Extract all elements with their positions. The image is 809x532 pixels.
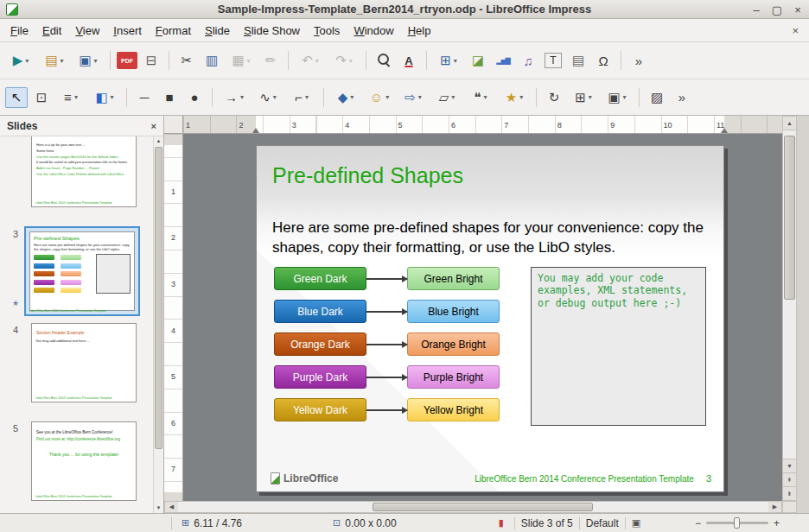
dark-shape[interactable]: Orange Dark: [274, 332, 366, 356]
undo-icon[interactable]: ↶: [295, 50, 326, 71]
minimize-button[interactable]: –: [750, 3, 762, 16]
bright-shape[interactable]: Yellow Bright: [407, 398, 500, 421]
ruler-number: 8: [555, 116, 608, 130]
menu-help[interactable]: Help: [401, 21, 438, 41]
insert-image-icon[interactable]: ◪: [467, 50, 489, 71]
flowchart-icon[interactable]: ▱: [431, 87, 462, 108]
scrollbar-thumb[interactable]: [373, 503, 593, 511]
export-pdf-icon[interactable]: PDF: [117, 52, 137, 69]
menu-insert[interactable]: Insert: [106, 21, 149, 41]
find-and-replace-icon[interactable]: [373, 50, 395, 71]
bright-shape[interactable]: Green Bright: [407, 267, 500, 290]
menu-edit[interactable]: Edit: [35, 21, 68, 41]
print-icon[interactable]: ⊟: [140, 50, 162, 71]
clone-formatting-icon[interactable]: ✏: [259, 50, 282, 71]
zoom-pan-icon[interactable]: ⊡: [30, 87, 53, 108]
close-document-icon[interactable]: ×: [785, 24, 806, 37]
zoom-in-button[interactable]: +: [774, 517, 780, 529]
stars-banners-icon[interactable]: ★: [499, 87, 530, 108]
scroll-up-icon[interactable]: ▲: [783, 117, 796, 130]
insert-text-box-icon[interactable]: T: [542, 50, 564, 71]
connector-arrow[interactable]: [366, 409, 407, 411]
symbol-shapes-icon[interactable]: ☺: [364, 87, 395, 108]
dark-shape[interactable]: Purple Dark: [274, 365, 366, 389]
connector-icon[interactable]: ⌐: [286, 87, 317, 108]
zoom-slider-thumb[interactable]: [734, 517, 740, 529]
bright-shape[interactable]: Purple Bright: [407, 365, 500, 389]
basic-shapes-icon[interactable]: ◆: [330, 87, 361, 108]
slide-body-text[interactable]: Here are some pre-defined shapes for you…: [272, 218, 709, 257]
toolbar-overflow-icon[interactable]: »: [627, 50, 650, 71]
redo-icon[interactable]: ↷: [328, 50, 360, 71]
scroll-down-icon[interactable]: ▼: [783, 459, 796, 472]
slides-panel-scrollbar[interactable]: ▲ ▼: [153, 136, 163, 513]
dark-shape[interactable]: Blue Dark: [274, 300, 366, 323]
scrollbar-thumb[interactable]: [155, 147, 162, 449]
zoom-out-button[interactable]: −: [695, 517, 701, 529]
scroll-up-icon[interactable]: ▲: [154, 136, 163, 146]
previous-slide-icon[interactable]: ⇞: [783, 472, 796, 486]
connector-arrow[interactable]: [366, 278, 407, 280]
menu-window[interactable]: Window: [347, 21, 400, 41]
line-style-icon[interactable]: ≡: [55, 87, 86, 108]
insert-line-icon[interactable]: ─: [133, 87, 156, 108]
paste-icon[interactable]: ▦: [226, 50, 257, 71]
ellipse-icon[interactable]: ●: [183, 87, 206, 108]
connector-arrow[interactable]: [366, 377, 407, 378]
shadow-icon[interactable]: ▨: [646, 87, 668, 108]
rectangle-icon[interactable]: ■: [158, 87, 181, 108]
fill-color-icon[interactable]: ◧: [89, 87, 120, 108]
save-icon[interactable]: ▣: [73, 50, 104, 71]
zoom-fit-icon[interactable]: ▣: [632, 517, 640, 529]
connector-arrow[interactable]: [366, 311, 407, 313]
bright-shape[interactable]: Orange Bright: [407, 332, 500, 356]
callouts-icon[interactable]: ❝: [465, 87, 496, 108]
maximize-button[interactable]: ▢: [771, 3, 783, 16]
connector-arrow[interactable]: [366, 344, 407, 345]
slides-panel-close-icon[interactable]: ×: [151, 121, 156, 131]
slide-thumbnail-4[interactable]: Section Header Example You may add addit…: [31, 323, 137, 402]
menu-tools[interactable]: Tools: [307, 21, 347, 41]
open-file-icon[interactable]: ▤: [39, 50, 70, 71]
menu-file[interactable]: File: [3, 21, 35, 41]
scrollbar-thumb[interactable]: [784, 136, 795, 300]
code-text-box[interactable]: You may add your code examples, XML stat…: [531, 267, 706, 426]
insert-table-icon[interactable]: ⊞: [433, 50, 464, 71]
zoom-slider[interactable]: [706, 522, 768, 524]
menu-view[interactable]: View: [68, 21, 106, 41]
slide-thumbnail-2[interactable]: Here is a tip for your own text ...Some …: [31, 136, 137, 207]
insert-chart-icon[interactable]: ▂▅▇: [492, 50, 514, 71]
insert-header-footer-icon[interactable]: ▤: [567, 50, 589, 71]
slide-title[interactable]: Pre-defined Shapes: [272, 163, 463, 188]
slide-thumbnail-3[interactable]: Pre-defined Shapes Here are some pre-def…: [29, 231, 135, 311]
dark-shape[interactable]: Yellow Dark: [274, 398, 366, 421]
menu-slide[interactable]: Slide: [198, 21, 237, 41]
dark-shape[interactable]: Green Dark: [274, 267, 366, 290]
select-icon[interactable]: ↖: [5, 87, 28, 108]
scroll-right-icon[interactable]: ▶: [768, 502, 781, 512]
arrange-icon[interactable]: ▣: [602, 87, 633, 108]
spelling-icon[interactable]: A: [398, 50, 420, 71]
new-presentation-icon[interactable]: ▶: [5, 50, 36, 71]
vertical-scrollbar[interactable]: ▲ ▼ ⇞ ⇟: [782, 116, 797, 501]
lines-and-arrows-icon[interactable]: →: [219, 87, 250, 108]
scroll-left-icon[interactable]: ◀: [165, 502, 178, 512]
menu-format[interactable]: Format: [149, 21, 198, 41]
bright-shape[interactable]: Blue Bright: [407, 300, 500, 323]
block-arrows-icon[interactable]: ⇨: [398, 87, 429, 108]
horizontal-scrollbar[interactable]: ◀ ▶: [164, 501, 782, 513]
copy-icon[interactable]: ▥: [201, 50, 223, 71]
cut-icon[interactable]: ✂: [175, 50, 198, 71]
master-style-label[interactable]: Default: [586, 517, 619, 529]
rotate-icon[interactable]: ↻: [543, 87, 565, 108]
menu-slide-show[interactable]: Slide Show: [237, 21, 307, 41]
insert-media-icon[interactable]: ♫: [517, 50, 539, 71]
insert-special-character-icon[interactable]: Ω: [592, 50, 615, 71]
toolbar-overflow-icon[interactable]: »: [671, 87, 693, 108]
scroll-down-icon[interactable]: ▼: [154, 504, 163, 513]
close-button[interactable]: ×: [792, 3, 804, 16]
next-slide-icon[interactable]: ⇟: [783, 486, 796, 500]
slide-thumbnail-5[interactable]: See you at the LibreOffice Bern Conferen…: [31, 421, 137, 501]
align-objects-icon[interactable]: ⊞: [568, 87, 599, 108]
curve-icon[interactable]: ∿: [252, 87, 283, 108]
